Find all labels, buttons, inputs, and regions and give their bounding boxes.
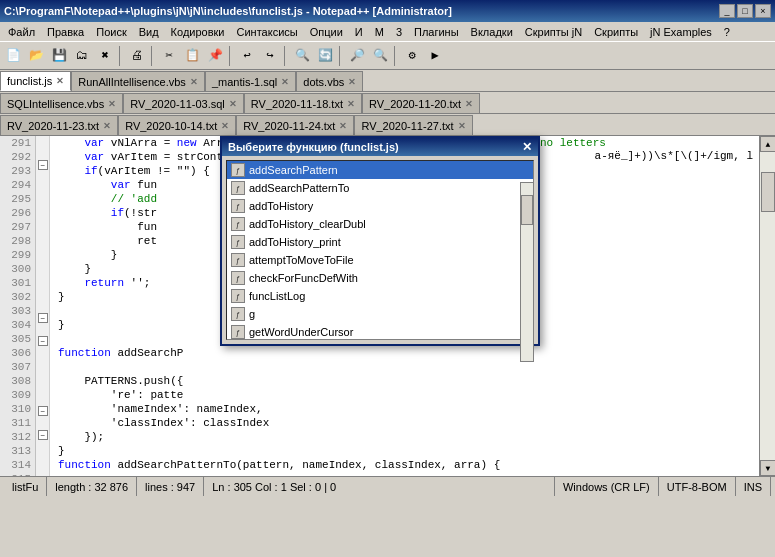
dialog-list-item[interactable]: ƒaddSearchPatternTo bbox=[227, 179, 533, 197]
menu-syntax[interactable]: Синтаксисы bbox=[231, 24, 304, 40]
tab-rv20201127-label: RV_2020-11-27.txt bbox=[361, 120, 453, 132]
replace-button[interactable]: 🔄 bbox=[314, 45, 336, 67]
tab-funclist[interactable]: funclist.js ✕ bbox=[0, 71, 71, 91]
dialog-list-item[interactable]: ƒattemptToMoveToFile bbox=[227, 251, 533, 269]
dialog-list-item[interactable]: ƒaddToHistory_clearDubl bbox=[227, 215, 533, 233]
menu-m[interactable]: М bbox=[369, 24, 390, 40]
dialog-list-item[interactable]: ƒaddToHistory_print bbox=[227, 233, 533, 251]
copy-button[interactable]: 📋 bbox=[181, 45, 203, 67]
tab-rv20201120-close[interactable]: ✕ bbox=[465, 99, 473, 109]
dialog-scroll-thumb[interactable] bbox=[521, 195, 533, 225]
status-position: Ln : 305 Col : 1 Sel : 0 | 0 bbox=[204, 477, 555, 496]
dialog-list-item[interactable]: ƒcheckForFuncDefWith bbox=[227, 269, 533, 287]
dialog-scrollbar[interactable] bbox=[520, 182, 534, 362]
dialog-list-item[interactable]: ƒgetWordUnderCursor bbox=[227, 323, 533, 340]
dialog-list-item-label: addToHistory bbox=[249, 200, 313, 212]
function-icon: ƒ bbox=[231, 181, 245, 195]
function-icon: ƒ bbox=[231, 307, 245, 321]
close-button[interactable]: ✖ bbox=[94, 45, 116, 67]
undo-button[interactable]: ↩ bbox=[236, 45, 258, 67]
cut-button[interactable]: ✂ bbox=[158, 45, 180, 67]
function-icon: ƒ bbox=[231, 289, 245, 303]
tab-sqlintellisence[interactable]: SQLIntellisence.vbs ✕ bbox=[0, 93, 123, 113]
dialog-close-button[interactable]: ✕ bbox=[522, 140, 532, 154]
tab-rv20201127-close[interactable]: ✕ bbox=[458, 121, 466, 131]
dialog-list-item-label: addToHistory_print bbox=[249, 236, 341, 248]
tab-rv20201118-label: RV_2020-11-18.txt bbox=[251, 98, 343, 110]
tab-sqlintellisence-label: SQLIntellisence.vbs bbox=[7, 98, 104, 110]
zoom-out-button[interactable]: 🔍 bbox=[369, 45, 391, 67]
dialog-overlay: Выберите функцию (funclist.js) ✕ ƒaddSea… bbox=[0, 136, 775, 476]
print-button[interactable]: 🖨 bbox=[126, 45, 148, 67]
find-button[interactable]: 🔍 bbox=[291, 45, 313, 67]
tab-rv20201123[interactable]: RV_2020-11-23.txt ✕ bbox=[0, 115, 118, 135]
tab-bar-row1: funclist.js ✕ RunAllIntellisence.vbs ✕ _… bbox=[0, 70, 775, 92]
menu-file[interactable]: Файл bbox=[2, 24, 41, 40]
tab-rv20201120[interactable]: RV_2020-11-20.txt ✕ bbox=[362, 93, 480, 113]
tab-dots-label: dots.vbs bbox=[303, 76, 344, 88]
menu-help[interactable]: ? bbox=[718, 24, 736, 40]
tab-rv20201123-label: RV_2020-11-23.txt bbox=[7, 120, 99, 132]
menu-i[interactable]: И bbox=[349, 24, 369, 40]
dialog-list-item[interactable]: ƒg bbox=[227, 305, 533, 323]
tab-dots-close[interactable]: ✕ bbox=[348, 77, 356, 87]
tab-rv20201103[interactable]: RV_2020-11-03.sql ✕ bbox=[123, 93, 244, 113]
status-length: length : 32 876 bbox=[47, 477, 137, 496]
menu-jn-examples[interactable]: jN Examples bbox=[644, 24, 718, 40]
save-all-button[interactable]: 🗂 bbox=[71, 45, 93, 67]
title-bar: C:\ProgramF\Notepad++\plugins\jN\jN\incl… bbox=[0, 0, 775, 22]
tab-runallintellisence-close[interactable]: ✕ bbox=[190, 77, 198, 87]
dialog-title-text: Выберите функцию (funclist.js) bbox=[228, 141, 399, 153]
dialog-list-item[interactable]: ƒaddSearchPattern bbox=[227, 161, 533, 179]
tab-runallintellisence[interactable]: RunAllIntellisence.vbs ✕ bbox=[71, 71, 205, 91]
save-button[interactable]: 💾 bbox=[48, 45, 70, 67]
dialog-list-item-label: checkForFuncDefWith bbox=[249, 272, 358, 284]
tab-rv20201014[interactable]: RV_2020-10-14.txt ✕ bbox=[118, 115, 236, 135]
function-select-dialog: Выберите функцию (funclist.js) ✕ ƒaddSea… bbox=[220, 136, 540, 346]
tab-mantis[interactable]: _mantis-1.sql ✕ bbox=[205, 71, 296, 91]
open-button[interactable]: 📂 bbox=[25, 45, 47, 67]
tab-rv20201127[interactable]: RV_2020-11-27.txt ✕ bbox=[354, 115, 472, 135]
menu-search[interactable]: Поиск bbox=[90, 24, 132, 40]
tab-rv20201014-close[interactable]: ✕ bbox=[221, 121, 229, 131]
close-button[interactable]: × bbox=[755, 4, 771, 18]
menu-plugins[interactable]: Плагины bbox=[408, 24, 465, 40]
menu-scripts[interactable]: Скрипты bbox=[588, 24, 644, 40]
tab-rv20201014-label: RV_2020-10-14.txt bbox=[125, 120, 217, 132]
dialog-list-item[interactable]: ƒfuncListLog bbox=[227, 287, 533, 305]
tab-dots[interactable]: dots.vbs ✕ bbox=[296, 71, 363, 91]
window-controls: _ □ × bbox=[719, 4, 771, 18]
menu-encoding[interactable]: Кодировки bbox=[165, 24, 231, 40]
tab-rv20201103-close[interactable]: ✕ bbox=[229, 99, 237, 109]
tab-mantis-close[interactable]: ✕ bbox=[281, 77, 289, 87]
paste-button[interactable]: 📌 bbox=[204, 45, 226, 67]
tab-rv20201123-close[interactable]: ✕ bbox=[103, 121, 111, 131]
dialog-list-item[interactable]: ƒaddToHistory bbox=[227, 197, 533, 215]
function-icon: ƒ bbox=[231, 163, 245, 177]
menu-edit[interactable]: Правка bbox=[41, 24, 90, 40]
tab-sqlintellisence-close[interactable]: ✕ bbox=[108, 99, 116, 109]
macro-button[interactable]: ⚙ bbox=[401, 45, 423, 67]
dialog-list-item-label: addSearchPatternTo bbox=[249, 182, 349, 194]
zoom-in-button[interactable]: 🔎 bbox=[346, 45, 368, 67]
new-button[interactable]: 📄 bbox=[2, 45, 24, 67]
minimize-button[interactable]: _ bbox=[719, 4, 735, 18]
menu-options[interactable]: Опции bbox=[304, 24, 349, 40]
menu-tabs[interactable]: Вкладки bbox=[465, 24, 519, 40]
tab-rv20201124-close[interactable]: ✕ bbox=[339, 121, 347, 131]
dialog-list-item-label: getWordUnderCursor bbox=[249, 326, 353, 338]
tab-rv20201118[interactable]: RV_2020-11-18.txt ✕ bbox=[244, 93, 362, 113]
menu-scripts-jn[interactable]: Скрипты jN bbox=[519, 24, 588, 40]
menu-3[interactable]: 3 bbox=[390, 24, 408, 40]
tab-rv20201124-label: RV_2020-11-24.txt bbox=[243, 120, 335, 132]
redo-button[interactable]: ↪ bbox=[259, 45, 281, 67]
run-button[interactable]: ▶ bbox=[424, 45, 446, 67]
function-icon: ƒ bbox=[231, 253, 245, 267]
maximize-button[interactable]: □ bbox=[737, 4, 753, 18]
menu-view[interactable]: Вид bbox=[133, 24, 165, 40]
status-lines: lines : 947 bbox=[137, 477, 204, 496]
tab-rv20201124[interactable]: RV_2020-11-24.txt ✕ bbox=[236, 115, 354, 135]
tab-rv20201118-close[interactable]: ✕ bbox=[347, 99, 355, 109]
tab-funclist-close[interactable]: ✕ bbox=[56, 76, 64, 86]
dialog-list[interactable]: ƒaddSearchPatternƒaddSearchPatternToƒadd… bbox=[226, 160, 534, 340]
